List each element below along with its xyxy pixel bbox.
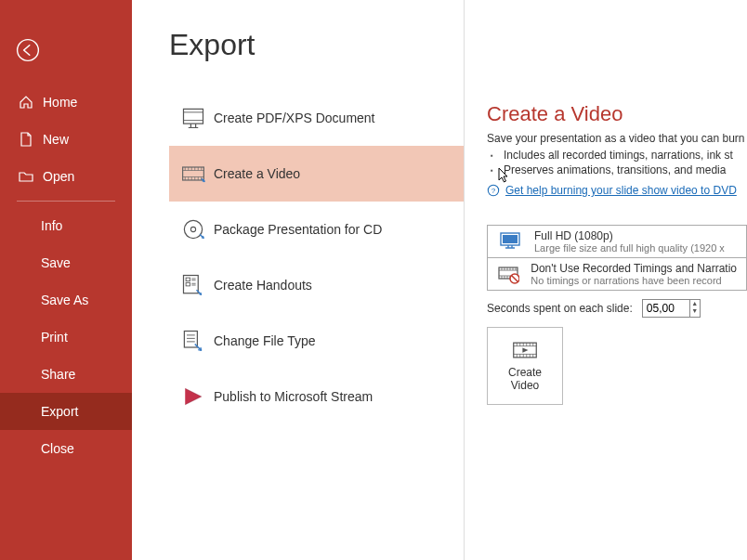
help-link[interactable]: Get help burning your slide show video t… [505, 184, 737, 197]
export-option-label: Create a Video [214, 166, 300, 181]
export-options-panel: Export Create PDF/XPS Document Create a … [132, 0, 465, 560]
nav-label: Open [43, 169, 74, 184]
timings-dropdown[interactable]: Don't Use Recorded Timings and Narratio … [487, 257, 747, 291]
nav-label: New [43, 132, 69, 147]
svg-point-3 [184, 220, 202, 238]
nav-open[interactable]: Open [0, 158, 132, 195]
new-doc-icon [19, 132, 33, 147]
seconds-spinner[interactable]: ▲ ▼ [642, 299, 701, 318]
bullet-item: Preserves animations, transitions, and m… [504, 163, 747, 176]
quality-title: Full HD (1080p) [534, 229, 725, 242]
nav-info[interactable]: Info [0, 207, 132, 244]
quality-subtitle: Large file size and full high quality (1… [534, 242, 725, 254]
cd-icon [180, 216, 206, 242]
export-detail-panel: Create a Video Save your presentation as… [465, 0, 747, 560]
svg-rect-7 [186, 282, 190, 286]
nav-share[interactable]: Share [0, 356, 132, 393]
seconds-input[interactable] [643, 300, 689, 317]
nav-label: Share [41, 367, 75, 382]
filmstrip-no-icon [497, 263, 519, 285]
help-link-row: ? Get help burning your slide show video… [487, 184, 747, 197]
export-option-label: Change File Type [214, 333, 315, 348]
timings-subtitle: No timings or narrations have been recor… [531, 275, 737, 286]
export-option-handouts[interactable]: Create Handouts [169, 257, 464, 313]
detail-bullets: Includes all recorded timings, narration… [504, 149, 747, 176]
home-icon [19, 95, 33, 110]
video-icon [180, 161, 206, 187]
change-file-type-icon [180, 328, 206, 354]
export-option-label: Create PDF/XPS Document [214, 111, 375, 125]
create-video-button-label: CreateVideo [508, 366, 542, 392]
svg-point-4 [190, 227, 195, 231]
nav-label: Print [41, 330, 68, 345]
export-option-label: Package Presentation for CD [214, 222, 382, 237]
filmstrip-icon [512, 340, 538, 360]
nav-label: Export [41, 404, 78, 419]
nav-new[interactable]: New [0, 121, 132, 158]
page-title: Export [169, 28, 464, 62]
help-icon: ? [487, 184, 500, 197]
export-option-stream[interactable]: Publish to Microsoft Stream [169, 369, 464, 424]
detail-heading: Create a Video [487, 102, 747, 126]
open-folder-icon [19, 169, 33, 184]
monitor-icon [499, 230, 521, 253]
spinner-down[interactable]: ▼ [690, 307, 700, 315]
export-option-pdf-xps[interactable]: Create PDF/XPS Document [169, 90, 464, 146]
export-option-package-cd[interactable]: Package Presentation for CD [169, 202, 464, 257]
svg-rect-6 [186, 278, 190, 281]
create-video-button[interactable]: CreateVideo [487, 327, 563, 405]
timings-title: Don't Use Recorded Timings and Narratio [531, 262, 737, 275]
svg-point-0 [18, 40, 39, 61]
export-option-video[interactable]: Create a Video [169, 146, 464, 202]
back-arrow-icon [15, 37, 41, 63]
nav-home[interactable]: Home [0, 84, 132, 121]
seconds-label: Seconds spent on each slide: [487, 302, 633, 315]
detail-subtitle: Save your presentation as a video that y… [487, 132, 747, 145]
export-option-change-file-type[interactable]: Change File Type [169, 313, 464, 369]
nav-label: Home [43, 95, 77, 110]
nav-label: Save [41, 255, 71, 270]
nav-save-as[interactable]: Save As [0, 281, 132, 319]
seconds-row: Seconds spent on each slide: ▲ ▼ [487, 299, 747, 318]
backstage-sidebar: Home New Open Info Save Save As Print Sh… [0, 0, 132, 560]
nav-close[interactable]: Close [0, 430, 132, 467]
nav-export[interactable]: Export [0, 393, 132, 430]
nav-label: Save As [41, 293, 88, 307]
back-button[interactable] [15, 37, 132, 63]
pdf-xps-icon [180, 105, 206, 131]
nav-save[interactable]: Save [0, 244, 132, 281]
svg-text:?: ? [491, 187, 496, 195]
nav-divider [17, 201, 115, 202]
svg-rect-12 [503, 235, 518, 243]
export-option-label: Publish to Microsoft Stream [214, 389, 373, 404]
nav-print[interactable]: Print [0, 319, 132, 356]
export-option-label: Create Handouts [214, 278, 312, 293]
svg-rect-2 [183, 167, 204, 180]
handouts-icon [180, 272, 206, 298]
svg-rect-1 [184, 109, 203, 124]
nav-label: Info [41, 218, 62, 233]
video-quality-dropdown[interactable]: Full HD (1080p) Large file size and full… [487, 225, 747, 258]
spinner-up[interactable]: ▲ [690, 300, 700, 307]
nav-label: Close [41, 441, 74, 456]
stream-icon [180, 384, 206, 410]
bullet-item: Includes all recorded timings, narration… [504, 149, 747, 162]
